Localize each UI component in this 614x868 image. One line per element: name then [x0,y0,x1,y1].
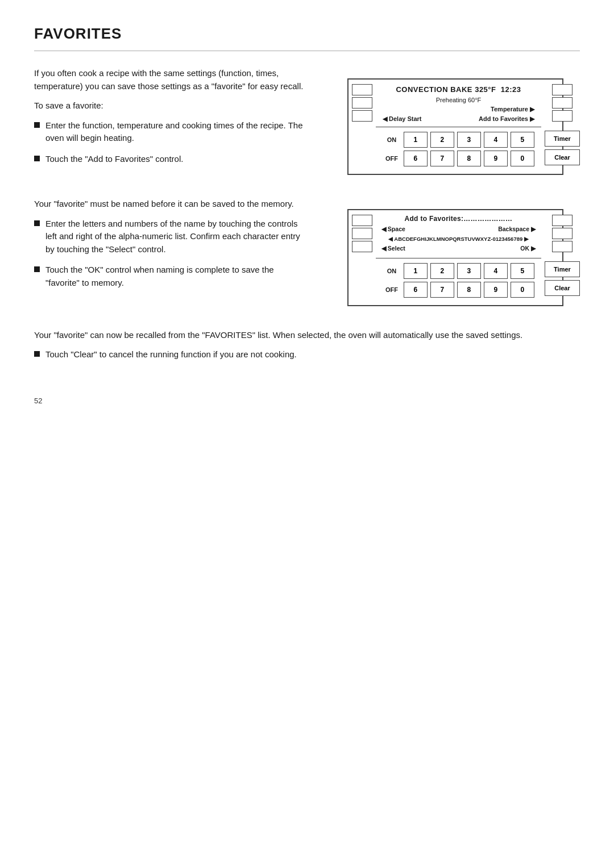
panel1-key-0[interactable]: 0 [511,151,534,166]
panel2-key-1[interactable]: 1 [404,263,428,279]
panel1-center: CONVECTION BAKE 325°F 12:23 Preheating 6… [376,80,541,174]
section-1: If you often cook a recipe with the same… [34,67,580,175]
panel1-right-btn-3[interactable] [552,110,572,122]
panel2-left-btn-1[interactable] [352,215,372,226]
bullet-icon-2 [34,156,40,161]
panel2-keypad: ON 1 2 3 4 5 OFF 6 7 8 9 [376,258,541,305]
panel2-key-6[interactable]: 6 [404,282,428,298]
bullet-icon-1 [34,122,40,128]
panel2-key-5[interactable]: 5 [511,263,534,279]
panel2-display: Add to Favorites:………………… ◀ Space Backspa… [376,210,541,258]
bullet-save-2: Touch the "Add to Favorites" control. [34,153,308,166]
panel1-key-9[interactable]: 9 [484,151,508,166]
oven-panel-1: CONVECTION BAKE 325°F 12:23 Preheating 6… [347,78,563,175]
panel1-on-label[interactable]: ON [383,135,401,145]
panel2-key-4[interactable]: 4 [484,263,508,279]
panel2-key-7[interactable]: 7 [430,282,454,298]
panel1-left-btn-1[interactable] [352,84,372,95]
panel2-display-title: Add to Favorites:………………… [381,214,536,224]
panel2-space-left[interactable]: ◀ Space [381,225,405,234]
bullet-name-1-text: Enter the letters and numbers of the nam… [45,218,308,256]
bullet-icon-4 [34,266,40,272]
panel2-center: Add to Favorites:………………… ◀ Space Backspa… [376,210,541,305]
panel1-keypad: ON 1 2 3 4 5 OFF 6 7 8 [376,127,541,174]
panel1-key-7[interactable]: 7 [430,151,454,166]
panel1-display: CONVECTION BAKE 325°F 12:23 Preheating 6… [376,80,541,127]
panel2-timer-button[interactable]: Timer [545,261,580,277]
panel1-main: CONVECTION BAKE 325°F 12:23 Preheating 6… [349,80,562,174]
diagram-col-2: Add to Favorites:………………… ◀ Space Backspa… [331,198,580,306]
panel1-right-btn-1[interactable] [552,84,572,95]
bottom-bullets: Touch "Clear" to cancel the running func… [34,348,580,361]
panel1-key-3[interactable]: 3 [457,132,481,148]
panel1-right: Timer Clear [541,80,583,174]
middle-paragraph-1: Your "favorite" must be named before it … [34,198,308,211]
panel2-key-8[interactable]: 8 [457,282,481,298]
panel2-right-btn-1[interactable] [552,215,572,226]
intro-paragraph-2: To save a favorite: [34,99,308,112]
panel1-right-keypad: Timer Clear [541,126,583,170]
panel2-left-buttons [349,210,376,305]
title-divider [34,51,580,51]
panel2-left-btn-2[interactable] [352,228,372,239]
panel2-select-row: ◀ Select OK ▶ [381,244,536,253]
bullet-save-1-text: Enter the function, temperature and cook… [45,119,308,145]
panel1-temp-row: Temperature ▶ [383,105,534,114]
section-2: Your "favorite" must be named before it … [34,198,580,306]
page-number: 52 [34,395,580,407]
panel1-key-6[interactable]: 6 [404,151,428,166]
panel1-key-1[interactable]: 1 [404,132,428,148]
panel2-ok-right[interactable]: OK ▶ [520,244,536,253]
bullet-save-1: Enter the function, temperature and cook… [34,119,308,145]
panel2-main: Add to Favorites:………………… ◀ Space Backspa… [349,210,562,305]
panel2-select-left[interactable]: ◀ Select [381,244,405,253]
panel2-alpha-row: ◀ ABCDEFGHIJKLMNOPQRSTUVWXYZ-0123456789 … [381,235,536,243]
panel1-key-5[interactable]: 5 [511,132,534,148]
panel1-display-title: CONVECTION BAKE 325°F 12:23 [383,84,534,95]
panel1-timer-button[interactable]: Timer [545,131,580,147]
bullet-name-2: Touch the "OK" control when naming is co… [34,264,308,289]
panel1-key-4[interactable]: 4 [484,132,508,148]
panel2-right-btn-3[interactable] [552,241,572,252]
bullets-name: Enter the letters and numbers of the nam… [34,218,308,290]
panel2-right-keypad: Timer Clear [541,257,583,301]
panel1-nav-left[interactable]: ◀ Delay Start [383,114,422,124]
panel2-left-btn-3[interactable] [352,241,372,252]
panel2-backspace-right[interactable]: Backspace ▶ [498,225,536,234]
diagram-col-1: CONVECTION BAKE 325°F 12:23 Preheating 6… [331,67,580,175]
panel1-right-buttons [549,80,576,126]
panel2-right-buttons [549,210,576,257]
bullet-name-2-text: Touch the "OK" control when naming is co… [45,264,308,289]
panel2-key-0[interactable]: 0 [511,282,534,298]
intro-paragraph-1: If you often cook a recipe with the same… [34,67,308,93]
panel2-space-row: ◀ Space Backspace ▶ [381,225,536,234]
panel1-display-subtitle: Preheating 60°F [383,95,534,105]
panel2-off-label[interactable]: OFF [383,285,401,295]
panel2-keyrow-1: ON 1 2 3 4 5 [383,263,534,279]
bullet-save-2-text: Touch the "Add to Favorites" control. [45,153,183,166]
panel2-clear-button[interactable]: Clear [545,280,580,296]
panel1-right-btn-2[interactable] [552,97,572,108]
panel2-key-9[interactable]: 9 [484,282,508,298]
panel1-left-btn-2[interactable] [352,97,372,108]
text-col-2: Your "favorite" must be named before it … [34,198,308,306]
panel1-key-2[interactable]: 2 [430,132,454,148]
text-col-1: If you often cook a recipe with the same… [34,67,308,175]
panel1-nav-right[interactable]: Add to Favorites ▶ [479,114,534,124]
bullet-name-1: Enter the letters and numbers of the nam… [34,218,308,256]
bottom-para-1: Your "favorite" can now be recalled from… [34,329,580,342]
panel2-key-3[interactable]: 3 [457,263,481,279]
panel1-keyrow-2: OFF 6 7 8 9 0 [383,151,534,166]
panel1-key-8[interactable]: 8 [457,151,481,166]
panel1-off-label[interactable]: OFF [383,154,401,164]
bullet-icon-3 [34,220,40,226]
panel2-right-btn-2[interactable] [552,228,572,239]
panel2-on-label[interactable]: ON [383,266,401,276]
panel1-left-btn-3[interactable] [352,110,372,122]
oven-panel-2: Add to Favorites:………………… ◀ Space Backspa… [347,209,563,306]
panel1-clear-button[interactable]: Clear [545,149,580,165]
panel1-left-buttons [349,80,376,174]
panel2-keyrow-2: OFF 6 7 8 9 0 [383,282,534,298]
panel2-key-2[interactable]: 2 [430,263,454,279]
panel1-nav-row: ◀ Delay Start Add to Favorites ▶ [383,114,534,124]
